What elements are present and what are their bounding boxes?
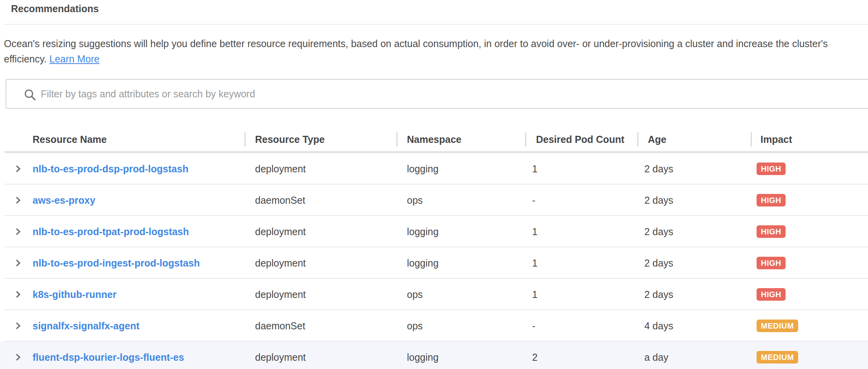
desired-pod-count-cell: 1 xyxy=(532,279,538,310)
column-divider xyxy=(244,132,246,147)
resource-name-link[interactable]: k8s-github-runner xyxy=(33,279,117,310)
table-row[interactable]: fluent-dsp-kourier-logs-fluent-es deploy… xyxy=(0,342,868,369)
table-row[interactable]: signalfx-signalfx-agent daemonSet ops - … xyxy=(0,310,868,342)
age-cell: 2 days xyxy=(644,247,673,279)
chevron-right-icon[interactable] xyxy=(13,290,23,299)
column-header-impact: Impact xyxy=(760,126,792,153)
table-body: nlb-to-es-prod-dsp-prod-logstash deploym… xyxy=(0,153,868,369)
impact-badge: MEDIUM xyxy=(757,351,798,364)
table-row[interactable]: nlb-to-es-prod-tpat-prod-logstash deploy… xyxy=(0,216,868,247)
desired-pod-count-cell: 1 xyxy=(532,153,538,184)
desired-pod-count-cell: 1 xyxy=(532,247,538,279)
resource-name-link[interactable]: nlb-to-es-prod-dsp-prod-logstash xyxy=(33,153,188,184)
column-header-resource-name: Resource Name xyxy=(33,126,107,153)
namespace-cell: logging xyxy=(407,342,439,369)
description-body: Ocean's resizing suggestions will help y… xyxy=(4,38,828,64)
page-title: Recommendations xyxy=(11,3,99,15)
column-header-desired-pod-count: Desired Pod Count xyxy=(536,126,624,153)
column-header-age: Age xyxy=(648,126,666,153)
search-icon xyxy=(23,88,37,102)
impact-badge: HIGH xyxy=(757,194,786,206)
chevron-right-icon[interactable] xyxy=(13,195,23,205)
namespace-cell: ops xyxy=(407,184,423,216)
namespace-cell: ops xyxy=(407,279,423,310)
description-text: Ocean's resizing suggestions will help y… xyxy=(4,36,866,67)
age-cell: 2 days xyxy=(644,184,673,216)
chevron-right-icon[interactable] xyxy=(13,227,23,236)
impact-badge: HIGH xyxy=(757,288,786,301)
namespace-cell: logging xyxy=(407,247,439,279)
resource-name-link[interactable]: signalfx-signalfx-agent xyxy=(33,310,139,342)
column-divider xyxy=(396,132,398,147)
column-divider xyxy=(525,132,526,147)
search-bar[interactable] xyxy=(5,79,868,109)
table-row[interactable]: k8s-github-runner deployment ops 1 2 day… xyxy=(0,279,868,310)
resource-type-cell: deployment xyxy=(255,279,306,310)
resource-type-cell: deployment xyxy=(255,342,306,369)
resource-type-cell: deployment xyxy=(255,216,306,247)
namespace-cell: logging xyxy=(407,216,439,247)
namespace-cell: ops xyxy=(407,310,423,342)
chevron-right-icon[interactable] xyxy=(13,258,23,268)
learn-more-link[interactable]: Learn More xyxy=(49,53,100,64)
resource-type-cell: deployment xyxy=(255,153,306,184)
table-row[interactable]: aws-es-proxy daemonSet ops - 2 days HIGH xyxy=(0,184,868,216)
impact-badge: HIGH xyxy=(757,225,786,238)
column-header-resource-type: Resource Type xyxy=(255,126,325,153)
table-header: Resource NameResource TypeNamespaceDesir… xyxy=(0,126,868,153)
column-divider xyxy=(751,132,752,147)
resource-name-link[interactable]: nlb-to-es-prod-tpat-prod-logstash xyxy=(33,216,189,247)
desired-pod-count-cell: - xyxy=(532,310,535,342)
resource-name-link[interactable]: fluent-dsp-kourier-logs-fluent-es xyxy=(33,342,184,369)
recommendations-page: Recommendations Ocean's resizing suggest… xyxy=(0,0,868,369)
column-header-namespace: Namespace xyxy=(407,126,461,153)
impact-badge: HIGH xyxy=(757,257,786,269)
chevron-right-icon[interactable] xyxy=(13,164,23,174)
column-divider xyxy=(637,132,638,147)
desired-pod-count-cell: 1 xyxy=(532,216,538,247)
desired-pod-count-cell: 2 xyxy=(532,342,538,369)
age-cell: 2 days xyxy=(644,153,673,184)
table-row[interactable]: nlb-to-es-prod-dsp-prod-logstash deploym… xyxy=(0,153,868,184)
impact-badge: HIGH xyxy=(757,163,786,175)
resource-type-cell: daemonSet xyxy=(255,184,305,216)
impact-badge: MEDIUM xyxy=(757,320,798,332)
table-row[interactable]: nlb-to-es-prod-ingest-prod-logstash depl… xyxy=(0,247,868,279)
resource-type-cell: deployment xyxy=(255,247,306,279)
chevron-right-icon[interactable] xyxy=(13,321,23,331)
resource-type-cell: daemonSet xyxy=(255,310,305,342)
resource-name-link[interactable]: nlb-to-es-prod-ingest-prod-logstash xyxy=(33,247,200,279)
age-cell: 4 days xyxy=(644,310,673,342)
chevron-right-icon[interactable] xyxy=(13,353,23,362)
age-cell: a day xyxy=(644,342,668,369)
resource-name-link[interactable]: aws-es-proxy xyxy=(33,184,95,216)
namespace-cell: logging xyxy=(407,153,439,184)
age-cell: 2 days xyxy=(644,279,673,310)
desired-pod-count-cell: - xyxy=(532,184,535,216)
age-cell: 2 days xyxy=(644,216,673,247)
divider xyxy=(3,24,868,25)
recommendations-table: Resource NameResource TypeNamespaceDesir… xyxy=(0,126,868,369)
search-input[interactable] xyxy=(41,80,865,108)
